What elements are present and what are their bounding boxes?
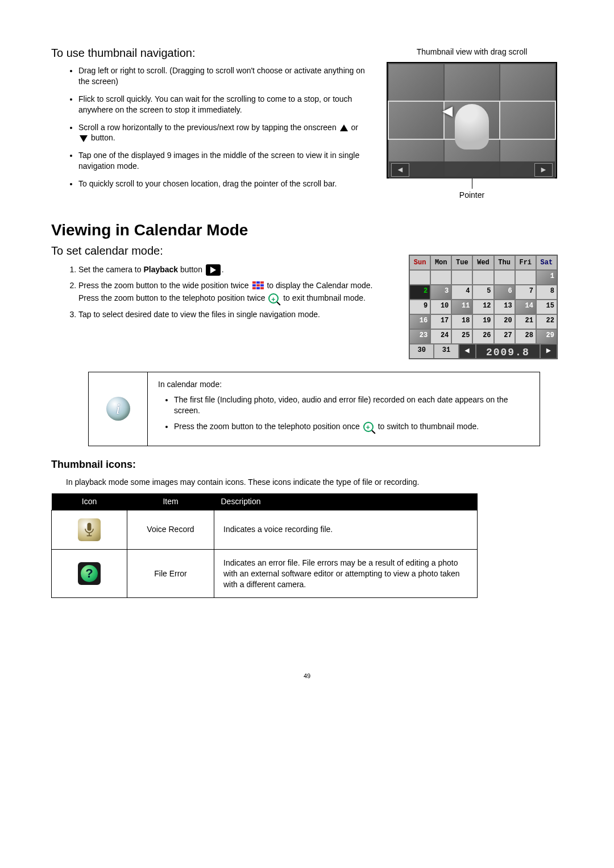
cal-day-header: Sat	[536, 255, 557, 270]
thumbnail-nav-heading: To use thumbnail navigation:	[51, 45, 367, 61]
cal-cell[interactable]: 14	[515, 300, 536, 314]
scroll-right-button[interactable]: ►	[534, 163, 553, 177]
triangle-up-icon	[340, 124, 348, 131]
cal-cell[interactable]: 21	[515, 314, 536, 329]
cal-cell[interactable]: 26	[472, 329, 493, 344]
cal-next-month-button[interactable]: ►	[540, 344, 557, 359]
step-1: Set the camera to Playback button .	[78, 263, 389, 276]
thumbnail-icons-table: Icon Item Description Voice Record Indic…	[51, 493, 478, 599]
cal-cell	[409, 270, 430, 285]
pointer-label: Pointer	[381, 190, 563, 201]
set-calendar-subtitle: To set calendar mode:	[51, 243, 389, 259]
cal-day-header: Fri	[515, 255, 536, 270]
bullet-scroll-row: Scroll a row horizontally to the previou…	[78, 122, 367, 144]
cal-cell[interactable]: 22	[536, 314, 557, 329]
cal-cell	[515, 270, 536, 285]
info-icon: i	[106, 397, 130, 421]
hand-pointer-icon	[455, 104, 489, 149]
cal-cell[interactable]: 27	[494, 329, 515, 344]
info-bullet-2: Press the zoom button to the telephoto p…	[174, 421, 529, 433]
cal-day-header: Thu	[494, 255, 515, 270]
page-number: 49	[51, 672, 563, 680]
cal-cell[interactable]: 13	[494, 300, 515, 314]
cal-day-header: Mon	[430, 255, 451, 270]
info-lead: In calendar mode:	[158, 379, 529, 390]
cal-cell	[430, 270, 451, 285]
playback-icon	[206, 264, 221, 276]
bullet-flick: Flick to scroll quickly. You can wait fo…	[78, 94, 367, 115]
svg-rect-0	[88, 523, 92, 531]
cal-cell[interactable]: 3	[430, 285, 451, 300]
zoom-in-icon: +	[268, 293, 280, 305]
bullet-drag: Drag left or right to scroll. (Dragging …	[78, 65, 367, 87]
bullet-drag-pointer: To quickly scroll to your chosen locatio…	[78, 178, 367, 189]
voice-record-icon	[78, 518, 101, 541]
cal-cell[interactable]: 23	[409, 329, 430, 344]
col-desc: Description	[214, 493, 478, 510]
zoom-in-icon: +	[363, 422, 375, 433]
thumbnail-grid-icon	[252, 281, 264, 290]
info-box: i In calendar mode: The first file (Incl…	[88, 372, 540, 446]
thumbnail-icons-intro: In playback mode some images may contain…	[66, 477, 563, 488]
cal-cell[interactable]: 5	[472, 285, 493, 300]
cal-cell[interactable]: 8	[536, 285, 557, 300]
cal-cell	[494, 270, 515, 285]
cal-year-month: 2009.8	[476, 344, 540, 359]
row-2-item: File Error	[127, 549, 214, 598]
cal-cell[interactable]: 12	[472, 300, 493, 314]
thumbnail-caption: Thumbnail view with drag scroll	[381, 47, 563, 57]
calendar-mode-title: Viewing in Calendar Mode	[51, 219, 563, 241]
cal-day-header: Tue	[451, 255, 472, 270]
row-1-item: Voice Record	[127, 510, 214, 549]
table-row: Voice Record Indicates a voice recording…	[52, 510, 478, 549]
file-error-icon: ?	[78, 562, 101, 585]
bullet-tap-image: Tap one of the displayed 9 images in the…	[78, 150, 367, 172]
cal-cell[interactable]: 25	[451, 329, 472, 344]
cal-cell[interactable]: 10	[430, 300, 451, 314]
cal-cell[interactable]: 18	[451, 314, 472, 329]
scroll-left-button[interactable]: ◄	[391, 163, 409, 177]
cal-cell[interactable]: 2	[409, 285, 430, 300]
calendar-view-illustration: SunMonTueWedThuFriSat 123456789101112131…	[409, 255, 558, 359]
cal-cell-31[interactable]: 31	[434, 344, 458, 359]
thumbnail-view-illustration: ◄► ◄ ►	[387, 62, 557, 178]
cal-cell[interactable]: 11	[451, 300, 472, 314]
row-2-desc: Indicates an error file. File errors may…	[214, 549, 478, 598]
cal-cell[interactable]: 20	[494, 314, 515, 329]
cal-cell-30[interactable]: 30	[409, 344, 434, 359]
info-bullet-1: The first file (Including photo, video, …	[174, 394, 529, 416]
cal-cell	[472, 270, 493, 285]
thumbnail-nav-bullet-list: Drag left or right to scroll. (Dragging …	[51, 65, 367, 189]
cal-cell[interactable]: 29	[536, 329, 557, 344]
row-1-desc: Indicates a voice recording file.	[214, 510, 478, 549]
cal-cell[interactable]: 16	[409, 314, 430, 329]
col-item: Item	[127, 493, 214, 510]
col-icon: Icon	[52, 493, 127, 510]
table-row: ? File Error Indicates an error file. Fi…	[52, 549, 478, 598]
cal-prev-month-button[interactable]: ◄	[459, 344, 476, 359]
cal-cell	[451, 270, 472, 285]
step-2: Press the zoom button to the wide positi…	[78, 279, 389, 305]
cal-cell[interactable]: 28	[515, 329, 536, 344]
cal-cell[interactable]: 4	[451, 285, 472, 300]
cal-cell[interactable]: 1	[536, 270, 557, 285]
cal-cell[interactable]: 15	[536, 300, 557, 314]
cal-cell[interactable]: 9	[409, 300, 430, 314]
cal-day-header: Wed	[472, 255, 493, 270]
cal-cell[interactable]: 7	[515, 285, 536, 300]
cal-cell[interactable]: 24	[430, 329, 451, 344]
calendar-steps-list: Set the camera to Playback button . Pres…	[51, 263, 389, 321]
thumbnail-icons-heading: Thumbnail icons:	[51, 458, 563, 471]
cal-cell[interactable]: 19	[472, 314, 493, 329]
triangle-down-icon	[80, 135, 88, 142]
cal-cell[interactable]: 6	[494, 285, 515, 300]
step-3: Tap to select desired date to view the f…	[78, 308, 389, 321]
cal-day-header: Sun	[409, 255, 430, 270]
cal-cell[interactable]: 17	[430, 314, 451, 329]
